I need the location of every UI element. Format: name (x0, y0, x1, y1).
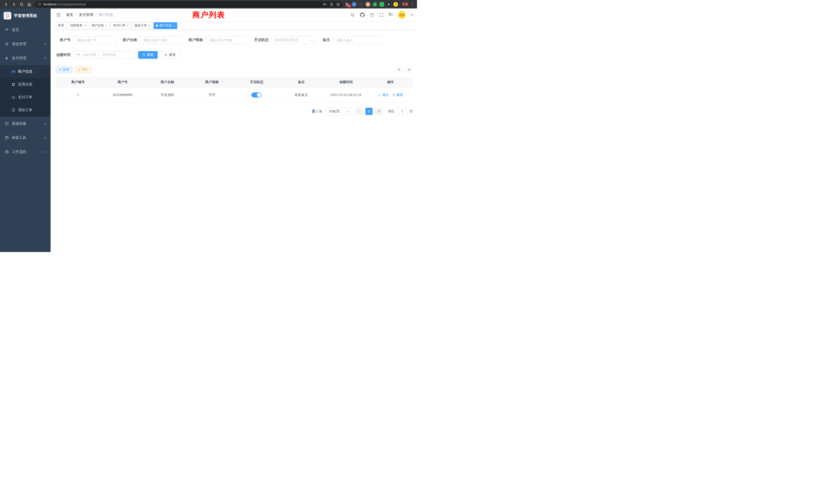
toggle-search-button[interactable] (395, 66, 403, 73)
help-icon[interactable]: ? (370, 13, 374, 17)
sidebar-toggle-icon[interactable] (54, 10, 63, 19)
status-label: 开启状态 (254, 38, 269, 42)
next-page-button[interactable] (375, 108, 382, 115)
browser-update-button[interactable]: 更新 (400, 1, 410, 7)
extension-dark-icon[interactable] (359, 2, 363, 7)
merchant-name-input[interactable] (140, 36, 182, 44)
page-size-select[interactable]: 10条/页 (326, 108, 352, 115)
merchant-short-input[interactable] (206, 36, 248, 44)
tags-view: 首页 流程表单× 用户分组× 支付订单× 退款订单× 商户信息× (50, 21, 417, 30)
active-dot (156, 25, 158, 27)
share-icon[interactable] (330, 2, 333, 6)
cell-merchant-id: 1 (56, 87, 101, 102)
refresh-icon (408, 68, 411, 71)
github-icon[interactable] (360, 13, 365, 17)
sidebar-item-system[interactable]: 系统管理 (0, 37, 50, 51)
forward-icon[interactable] (10, 1, 18, 8)
sidebar-item-pay-orders[interactable]: 支付订单 (0, 91, 50, 104)
chevron-down-icon (346, 110, 349, 113)
tag-process-form[interactable]: 流程表单× (68, 22, 88, 29)
page-content: 商户号 商户全称 商户简称 开启状态 请选择开启状态 (50, 30, 417, 252)
font-size-icon[interactable]: TT (389, 13, 393, 17)
export-button[interactable]: 导出 (75, 66, 91, 73)
briefcase-icon (5, 150, 9, 154)
sidebar-item-workflow[interactable]: 工作流程 (0, 145, 50, 159)
address-bar[interactable]: localhost:1024/pay/merchant (35, 1, 342, 7)
merchant-name-label: 商户全称 (123, 38, 137, 42)
date-range-picker[interactable]: 开始日期 - 结束日期 (74, 51, 135, 59)
sidebar-item-merchant-info[interactable]: 商户信息 (0, 65, 50, 78)
reload-icon[interactable] (18, 1, 25, 8)
extension-emoji-icon[interactable] (393, 2, 398, 7)
tag-home[interactable]: 首页 (56, 22, 66, 29)
bookmark-star-icon[interactable] (336, 2, 340, 6)
monitor-icon (5, 122, 9, 126)
site-info-icon[interactable] (38, 2, 41, 6)
remark-input[interactable] (333, 36, 383, 44)
dashboard-icon (5, 28, 9, 32)
extensions-puzzle-icon[interactable]: 10 (345, 2, 349, 7)
sidebar-item-payment[interactable]: ¥ 支付管理 (0, 51, 50, 65)
breadcrumb-home[interactable]: 首页 (66, 13, 73, 17)
total-count: 共 1 条 (312, 109, 322, 114)
tag-pay-order[interactable]: 支付订单× (111, 22, 131, 29)
sidebar-item-devtools[interactable]: 研发工具 (0, 131, 50, 145)
top-navbar: 首页 / 支付管理 / 商户信息 商户列表 ? TT (50, 8, 417, 21)
sidebar-item-home[interactable]: 首页 (0, 23, 50, 37)
extension-avatar-icon[interactable] (366, 2, 370, 7)
table-header-row: 商户编号 商户号 商户全称 商户简称 开启状态 备注 创建时间 操作 (56, 77, 413, 87)
table-toolbar: 新增 导出 (56, 66, 413, 73)
search-icon (397, 68, 401, 71)
page-number-button[interactable]: 1 (366, 108, 373, 115)
merchant-no-input[interactable] (74, 36, 116, 44)
status-select[interactable]: 请选择开启状态 (272, 36, 316, 44)
avatar-caret-icon[interactable] (411, 14, 413, 16)
sidebar-item-label: 系统管理 (12, 42, 26, 46)
add-button[interactable]: 新增 (56, 66, 72, 73)
browser-menu-icon[interactable]: ⋮ (410, 2, 414, 6)
extension-note-icon[interactable] (379, 2, 384, 7)
breadcrumb: 首页 / 支付管理 / 商户信息 (66, 13, 113, 17)
search-button[interactable]: 搜索 (138, 51, 158, 59)
trash-icon (392, 93, 395, 96)
filter-row-1: 商户号 商户全称 商户简称 开启状态 请选择开启状态 (56, 36, 413, 44)
app-title: 芋道管理系统 (14, 13, 37, 18)
fullscreen-icon[interactable] (379, 13, 383, 17)
sidebar-item-label: 基础设施 (12, 121, 26, 126)
delete-link[interactable]: 删除 (392, 93, 403, 97)
sidebar-item-infra[interactable]: 基础设施 (0, 116, 50, 131)
extension-drop-icon[interactable] (352, 2, 356, 7)
tag-user-group[interactable]: 用户分组× (89, 22, 110, 29)
close-icon[interactable]: × (127, 24, 129, 27)
close-icon[interactable]: × (105, 24, 107, 27)
goto-page-input[interactable] (397, 108, 408, 115)
close-icon[interactable]: × (148, 24, 150, 27)
close-icon[interactable]: × (173, 24, 175, 27)
merchant-no-label: 商户号 (56, 38, 71, 42)
status-toggle[interactable] (251, 92, 262, 97)
header-search-icon[interactable] (351, 13, 355, 17)
breadcrumb-current: 商户信息 (99, 13, 113, 17)
back-icon[interactable] (3, 1, 10, 8)
chevron-down-icon (44, 137, 46, 139)
sidebar: 芋道管理系统 首页 系统管理 ¥ 支付管理 (0, 8, 50, 252)
refresh-table-button[interactable] (405, 66, 413, 73)
reset-button[interactable]: 重置 (160, 51, 180, 59)
edit-link[interactable]: 修改 (378, 93, 389, 97)
sidebar-item-app-info[interactable]: 应用信息 (0, 78, 50, 91)
close-icon[interactable]: × (84, 24, 86, 27)
tag-merchant-info[interactable]: 商户信息× (154, 22, 177, 29)
user-avatar[interactable] (398, 11, 406, 19)
prev-page-button[interactable] (356, 108, 363, 115)
cell-create-time: 2021-10-23 08:31:14 (324, 87, 368, 102)
extension-pinwheel-icon[interactable] (387, 2, 391, 7)
chevron-down-icon (44, 43, 46, 45)
tag-refund-order[interactable]: 退款订单× (132, 22, 153, 29)
password-key-icon[interactable] (323, 2, 327, 6)
home-icon[interactable] (26, 1, 33, 8)
extension-green-check-icon[interactable] (373, 2, 377, 7)
sidebar-item-refund-orders[interactable]: 退款订单 (0, 104, 50, 116)
merchant-table: 商户编号 商户号 商户全称 商户简称 开启状态 备注 创建时间 操作 1 M23… (56, 77, 413, 102)
breadcrumb-payment[interactable]: 支付管理 (79, 13, 93, 17)
chevron-down-icon (44, 151, 46, 153)
